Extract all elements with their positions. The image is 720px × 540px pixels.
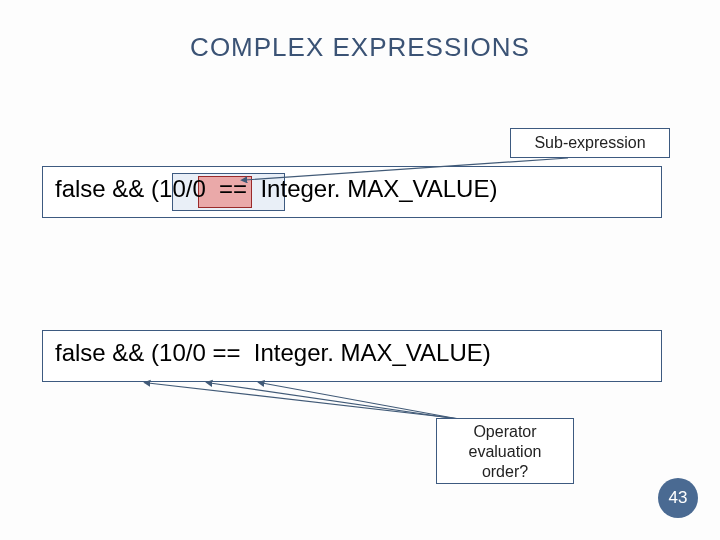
callout-op-line2: evaluation: [437, 442, 573, 462]
callout-operator-order: Operator evaluation order?: [436, 418, 574, 484]
slide: COMPLEX EXPRESSIONS Sub-expression false…: [0, 0, 720, 540]
expression-box-1: false && (10/0 == Integer. MAX_VALUE): [42, 166, 662, 218]
expression-box-2: false && (10/0 == Integer. MAX_VALUE): [42, 330, 662, 382]
svg-line-1: [148, 383, 470, 420]
expression-2-text: false && (10/0 == Integer. MAX_VALUE): [55, 339, 491, 367]
callout-subexpression: Sub-expression: [510, 128, 670, 158]
expression-1-text: false && (10/0 == Integer. MAX_VALUE): [55, 175, 497, 203]
callout-op-line1: Operator: [437, 422, 573, 442]
svg-line-2: [210, 383, 478, 422]
page-number-badge: 43: [658, 478, 698, 518]
slide-title: COMPLEX EXPRESSIONS: [0, 32, 720, 63]
callout-op-line3: order?: [437, 462, 573, 482]
arrows-svg: [0, 0, 720, 540]
